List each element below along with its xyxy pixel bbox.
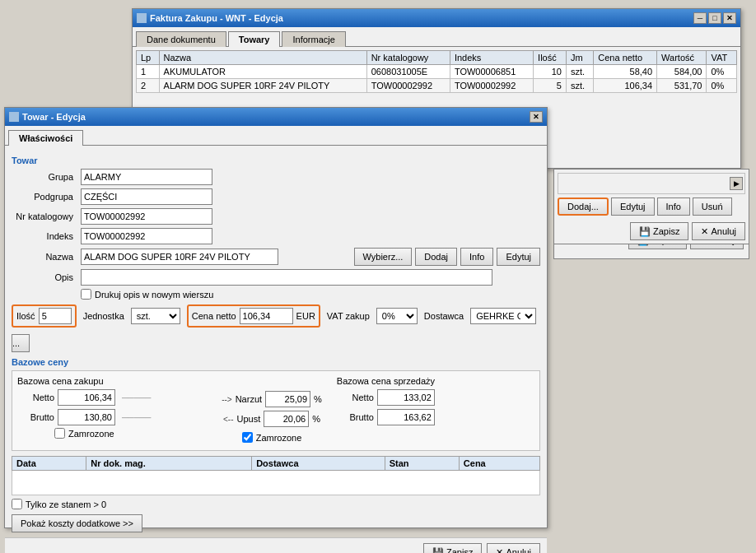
sprzedazy-netto-input[interactable] [377, 389, 435, 406]
col-wartosc: Wartość [657, 51, 707, 65]
sprzedazy-brutto-input[interactable] [377, 409, 435, 425]
history-empty-row [12, 471, 540, 495]
jednostka-select[interactable]: szt. [131, 308, 180, 324]
cell-indeks: TOW00002992 [450, 79, 533, 93]
tab-informacje[interactable]: Informacje [282, 31, 345, 47]
zamrozone-right-checkbox[interactable] [242, 432, 253, 443]
col-cena: Cena [459, 457, 539, 471]
brutto-label-right: Brutto [337, 412, 374, 422]
tylko-checkbox[interactable] [12, 499, 22, 509]
upust-label: Upust [236, 414, 260, 424]
zamrozone-left-row: Zamrozone [54, 428, 215, 439]
towar-anuluj-button[interactable]: ✕ Anuluj [487, 543, 540, 553]
usun-action-button[interactable]: Usuń [693, 198, 732, 216]
upust-percent: % [312, 414, 320, 424]
faktura-title: Faktura Zakupu - WNT - Edycja [150, 13, 283, 23]
maximize-button[interactable]: □ [708, 12, 721, 24]
middle-group: --> Narzut % <-- Upust % Zamrozone [215, 376, 329, 445]
drukuj-checkbox[interactable] [81, 289, 91, 300]
opis-input[interactable] [81, 269, 492, 286]
dostawca-browse-button[interactable]: ... [12, 334, 30, 352]
cell-nr-kat: 0608031005E [366, 65, 450, 79]
col-data: Data [12, 457, 86, 471]
upust-row: <-- Upust % [223, 411, 320, 427]
dodaj-nazwa-button[interactable]: Dodaj [415, 248, 457, 266]
zakup-brutto-input[interactable] [58, 409, 115, 425]
ilosc-group-bordered: Ilość [12, 304, 77, 328]
close-button[interactable]: ✕ [723, 12, 736, 24]
tab-wlasciwosci[interactable]: Właściwości [8, 130, 83, 146]
col-nr-dok: Nr dok. mag. [86, 457, 252, 471]
towar-close-button[interactable]: ✕ [530, 111, 543, 123]
cell-nr-kat: TOW00002992 [366, 79, 450, 93]
minimize-button[interactable]: ─ [693, 12, 707, 24]
scroll-right-btn[interactable]: ▶ [730, 177, 743, 190]
pokaz-koszty-button[interactable]: Pokaż koszty dodatkowe >> [12, 514, 142, 532]
zamrozone-right-label: Zamrozone [256, 433, 302, 443]
section-towar-label: Towar [12, 156, 540, 165]
nazwa-input[interactable] [81, 249, 278, 265]
cell-wartosc: 584,00 [657, 65, 707, 79]
brutto-label-left: Brutto [17, 412, 54, 422]
tab-dane-dokumentu[interactable]: Dane dokumentu [136, 31, 226, 47]
jednostka-label: Jednostka [83, 311, 124, 321]
sprzedazy-group: Bazowa cena sprzedaży Netto Brutto [329, 376, 534, 425]
action-buttons-row: Dodaj... Edytuj Info Usuń [558, 198, 745, 216]
towar-controls: ✕ [530, 111, 543, 123]
towar-title-bar: Towar - Edycja ✕ [5, 108, 547, 126]
edytuj-button[interactable]: Edytuj [497, 248, 540, 266]
info-action-button[interactable]: Info [657, 198, 690, 216]
col-jm: Jm [566, 51, 593, 65]
zamrozone-left-label: Zamrozone [68, 429, 114, 439]
cell-cena: 58,40 [594, 65, 657, 79]
cell-nazwa: AKUMULATOR [159, 65, 366, 79]
cell-jm: szt. [566, 65, 593, 79]
grupa-input[interactable] [81, 169, 212, 185]
opis-label: Opis [12, 272, 77, 282]
col-dostawca: Dostawca [252, 457, 385, 471]
indeks-input[interactable] [81, 228, 212, 244]
grupa-row: Grupa [12, 169, 540, 185]
arrow-left: <-- [223, 415, 234, 424]
indeks-label: Indeks [12, 231, 77, 241]
narzut-input[interactable] [265, 391, 310, 407]
sprzedazy-brutto-row: Brutto [337, 409, 534, 425]
towar-window: Towar - Edycja ✕ Właściwości Towar Grupa… [4, 107, 548, 528]
col-cena-netto: Cena netto [594, 51, 657, 65]
tab-towary[interactable]: Towary [228, 31, 281, 47]
towar-title: Towar - Edycja [22, 112, 86, 122]
ilosc-input[interactable] [39, 308, 72, 324]
zakup-netto-row: Netto ───── [17, 389, 215, 406]
sprzedazy-netto-row: Netto [337, 389, 534, 406]
panel-save-icon: 💾 [639, 226, 651, 237]
info-button[interactable]: Info [460, 248, 493, 266]
faktura-action-panel: ▶ Dodaj... Edytuj Info Usuń 💾 Zapisz ✕ A… [553, 169, 749, 244]
panel-cancel-icon: ✕ [701, 226, 708, 237]
zamrozone-left-checkbox[interactable] [54, 428, 65, 439]
edytuj-action-button[interactable]: Edytuj [611, 198, 655, 216]
col-vat: VAT [707, 51, 737, 65]
tylko-row: Tylko ze stanem > 0 [12, 499, 540, 509]
panel-zapisz-button[interactable]: 💾 Zapisz [630, 222, 688, 240]
nr-kat-label: Nr katalogowy [12, 211, 77, 221]
podgrupa-input[interactable] [81, 188, 212, 205]
panel-anuluj-button[interactable]: ✕ Anuluj [692, 222, 745, 240]
cena-netto-input[interactable] [240, 308, 293, 324]
upust-input[interactable] [264, 411, 309, 427]
wybierz-button[interactable]: Wybierz... [354, 248, 413, 266]
faktura-controls: ─ □ ✕ [693, 12, 736, 24]
dostawca-select[interactable]: GEHRKE G [470, 308, 536, 324]
narzut-row: --> Narzut % [222, 391, 322, 407]
col-lp: Lp [137, 51, 160, 65]
vat-select[interactable]: 0% [376, 308, 418, 324]
grupa-label: Grupa [12, 172, 77, 182]
dodaj-action-button[interactable]: Dodaj... [558, 198, 609, 216]
zakup-netto-input[interactable] [58, 389, 115, 406]
save-cancel-row: 💾 Zapisz ✕ Anuluj [558, 222, 745, 240]
zakup-brutto-row: Brutto ───── [17, 409, 215, 425]
arrow-right: --> [222, 395, 232, 404]
nr-kat-input[interactable] [81, 208, 212, 225]
towar-zapisz-button[interactable]: 💾 Zapisz [423, 543, 482, 553]
sprzedazy-header: Bazowa cena sprzedaży [337, 376, 534, 386]
cell-wartosc: 531,70 [657, 79, 707, 93]
